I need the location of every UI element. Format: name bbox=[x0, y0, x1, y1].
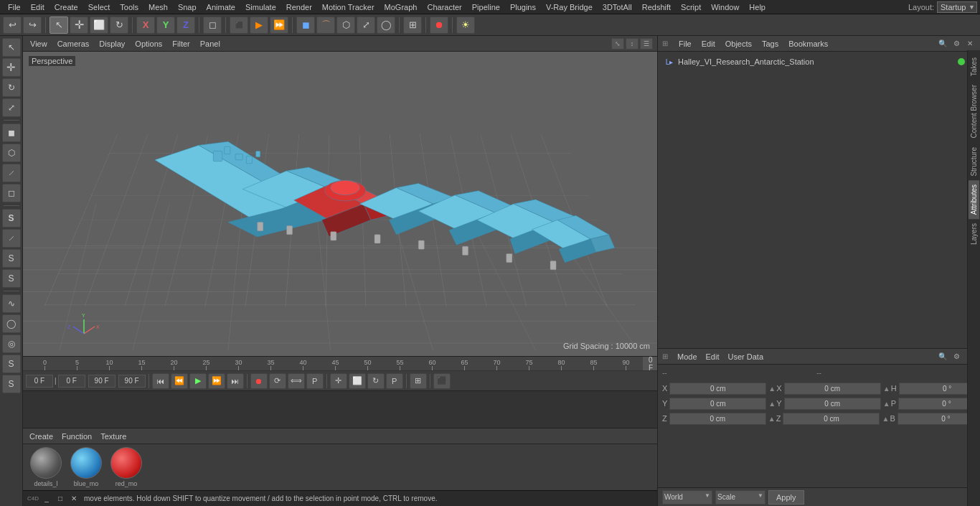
rotate-tool-button[interactable]: ↻ bbox=[110, 17, 128, 34]
all-key-button[interactable]: P bbox=[386, 373, 403, 389]
menu-window[interactable]: Window bbox=[706, 2, 744, 12]
menu-motion-tracker[interactable]: Motion Tracker bbox=[317, 2, 380, 12]
coord-z-rot[interactable] bbox=[783, 413, 880, 425]
vp-menu-view[interactable]: View bbox=[27, 39, 50, 49]
lp-scale[interactable]: ⤢ bbox=[2, 98, 21, 117]
end-frame-input[interactable] bbox=[88, 375, 116, 388]
vp-ctrl-arrows[interactable]: ↕ bbox=[626, 38, 639, 50]
menu-create[interactable]: Create bbox=[50, 2, 83, 12]
status-icon-close[interactable]: ✕ bbox=[68, 493, 80, 505]
coord-z-arrow[interactable]: ▲ bbox=[768, 415, 774, 423]
cube-button[interactable]: ◼ bbox=[296, 17, 315, 34]
menu-tools[interactable]: Tools bbox=[115, 2, 143, 12]
scale-tool-button[interactable]: ⬜ bbox=[90, 17, 108, 34]
attr-settings-btn[interactable]: ⚙ bbox=[951, 351, 962, 362]
menu-select[interactable]: Select bbox=[83, 2, 116, 12]
coord-x-rot[interactable] bbox=[784, 383, 881, 395]
mat-menu-texture[interactable]: Texture bbox=[98, 431, 128, 441]
scale-key-button[interactable]: ⬜ bbox=[349, 373, 366, 389]
menu-edit[interactable]: Edit bbox=[26, 2, 50, 12]
undo-button[interactable]: ↩ bbox=[3, 17, 22, 34]
rotate-key-button[interactable]: ↻ bbox=[367, 373, 385, 389]
ob-search-btn[interactable]: 🔍 bbox=[937, 38, 948, 50]
lp-extra2[interactable]: S bbox=[2, 375, 21, 393]
coord-y-arrow[interactable]: ▲ bbox=[768, 400, 774, 408]
world-dropdown[interactable]: World Object Local bbox=[662, 490, 712, 505]
ob-menu-edit[interactable]: Edit bbox=[699, 39, 717, 49]
loop-button[interactable]: ⟳ bbox=[269, 373, 286, 389]
layout-dropdown[interactable]: Startup bbox=[937, 1, 977, 13]
menu-simulate[interactable]: Simulate bbox=[240, 2, 281, 12]
vp-ctrl-expand[interactable]: ⤡ bbox=[611, 38, 624, 50]
lp-spline[interactable]: ∿ bbox=[2, 294, 21, 313]
ob-menu-bookmarks[interactable]: Bookmarks bbox=[786, 39, 830, 49]
status-icon-cinema[interactable]: C4D bbox=[27, 493, 39, 505]
render-view-button[interactable]: ▶ bbox=[250, 17, 268, 34]
paint-button[interactable]: ◯ bbox=[377, 17, 395, 34]
lp-extrude[interactable]: S bbox=[2, 209, 21, 228]
attr-menu-mode[interactable]: Mode bbox=[675, 352, 699, 362]
mat-menu-create[interactable]: Create bbox=[27, 431, 55, 441]
select-tool-button[interactable]: ↖ bbox=[50, 17, 68, 34]
menu-plugins[interactable]: Plugins bbox=[505, 2, 541, 12]
lp-paint2[interactable]: ◯ bbox=[2, 314, 21, 333]
lp-mesh-edges[interactable]: ⟋ bbox=[2, 164, 21, 182]
lp-mesh-poly[interactable]: ◻ bbox=[2, 184, 21, 202]
ob-row-station[interactable]: L▸ Halley_VI_Research_Antarctic_Station bbox=[661, 55, 977, 69]
lp-knife[interactable]: ⟋ bbox=[2, 229, 21, 248]
viewport-canvas[interactable]: Perspective bbox=[23, 52, 657, 356]
status-icon-min[interactable]: _ bbox=[41, 493, 52, 505]
ob-close-btn[interactable]: ✕ bbox=[964, 38, 976, 50]
coord-x-pos[interactable] bbox=[669, 383, 766, 395]
menu-snap[interactable]: Snap bbox=[173, 2, 202, 12]
menu-help[interactable]: Help bbox=[744, 2, 771, 12]
timeline-track[interactable] bbox=[23, 391, 657, 428]
vp-menu-display[interactable]: Display bbox=[96, 39, 128, 49]
grid-key-button[interactable]: ⊞ bbox=[410, 373, 427, 389]
deform-button[interactable]: ⤢ bbox=[357, 17, 375, 34]
menu-pipeline[interactable]: Pipeline bbox=[467, 2, 505, 12]
vp-menu-options[interactable]: Options bbox=[132, 39, 165, 49]
coord-y-pos[interactable] bbox=[669, 398, 766, 410]
lp-move[interactable]: ✛ bbox=[2, 58, 21, 77]
lp-extra1[interactable]: S bbox=[2, 355, 21, 373]
mat-item-red[interactable]: red_mo bbox=[108, 447, 145, 487]
light-button[interactable]: ☀ bbox=[456, 17, 475, 34]
play-mode[interactable]: P bbox=[306, 373, 324, 389]
go-start-button[interactable]: ⏮ bbox=[152, 373, 169, 389]
prev-frame-input[interactable] bbox=[58, 375, 85, 388]
coord-y-rot-arrow[interactable]: ▲ bbox=[883, 400, 889, 408]
vtab-layers[interactable]: Layers bbox=[969, 219, 979, 249]
step-fwd-button[interactable]: ⏩ bbox=[208, 373, 225, 389]
attr-search-btn[interactable]: 🔍 bbox=[937, 351, 948, 362]
menu-mograph[interactable]: MoGraph bbox=[380, 2, 423, 12]
lp-select-mode[interactable]: ↖ bbox=[2, 38, 21, 57]
menu-vray[interactable]: V-Ray Bridge bbox=[541, 2, 598, 12]
menu-animate[interactable]: Animate bbox=[202, 2, 240, 12]
ob-menu-objects[interactable]: Objects bbox=[723, 39, 754, 49]
menu-mesh[interactable]: Mesh bbox=[143, 2, 173, 12]
render-region-button[interactable]: ⬛ bbox=[230, 17, 248, 34]
move-key-button[interactable]: ✛ bbox=[330, 373, 347, 389]
lp-brush[interactable]: S bbox=[2, 249, 21, 268]
render-all-button[interactable]: ⏩ bbox=[270, 17, 288, 34]
mat-item-gray[interactable]: details_l bbox=[27, 447, 65, 487]
apply-button[interactable]: Apply bbox=[768, 490, 804, 505]
coord-x-rot-arrow[interactable]: ▲ bbox=[883, 385, 889, 393]
move-tool-button[interactable]: ✛ bbox=[70, 17, 88, 34]
menu-character[interactable]: Character bbox=[422, 2, 466, 12]
spline-button[interactable]: ⌒ bbox=[316, 17, 335, 34]
menu-render[interactable]: Render bbox=[281, 2, 317, 12]
record-button[interactable]: ⏺ bbox=[250, 373, 268, 389]
vtab-attributes[interactable]: Attributes bbox=[969, 180, 979, 219]
y-axis-button[interactable]: Y bbox=[156, 17, 175, 34]
menu-file[interactable]: File bbox=[3, 2, 26, 12]
auto-key-button[interactable]: ⬛ bbox=[433, 373, 451, 389]
ob-menu-tags[interactable]: Tags bbox=[760, 39, 781, 49]
coord-z-rot-arrow[interactable]: ▲ bbox=[882, 415, 887, 423]
vp-menu-panel[interactable]: Panel bbox=[197, 39, 223, 49]
vp-ctrl-menu[interactable]: ☰ bbox=[640, 38, 653, 50]
menu-script[interactable]: Script bbox=[676, 2, 706, 12]
coord-x-arrow[interactable]: ▲ bbox=[768, 385, 774, 393]
vp-menu-filter[interactable]: Filter bbox=[169, 39, 192, 49]
